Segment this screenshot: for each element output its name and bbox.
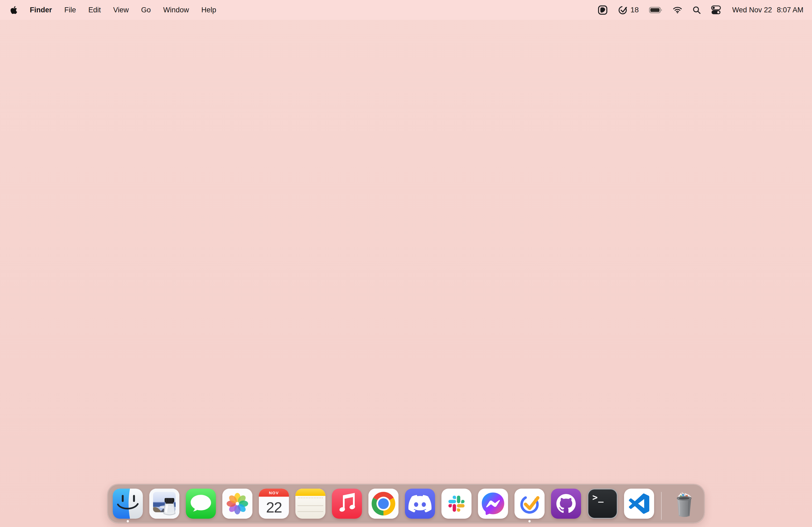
dock-item-ticktick[interactable] xyxy=(514,488,545,523)
menu-item-view[interactable]: View xyxy=(113,6,129,14)
dock-item-music[interactable] xyxy=(332,488,362,523)
dock-item-vscode[interactable] xyxy=(624,488,654,523)
github-octocat-icon xyxy=(551,488,581,519)
loupe xyxy=(164,498,175,515)
dock-item-chrome[interactable] xyxy=(368,488,398,523)
terminal-prompt-glyph: >_ xyxy=(592,492,604,502)
spotlight-search-icon[interactable] xyxy=(693,6,701,14)
dock-item-preview[interactable] xyxy=(149,488,179,523)
menu-item-edit[interactable]: Edit xyxy=(88,6,101,14)
paste-pick-icon[interactable] xyxy=(598,5,608,15)
dock-item-photos[interactable] xyxy=(222,488,252,523)
dock-item-discord[interactable] xyxy=(405,488,435,523)
discord-icon xyxy=(405,488,435,519)
apple-logo-icon xyxy=(10,6,17,15)
music-icon xyxy=(332,488,362,519)
calendar-day: 22 xyxy=(259,496,289,519)
notes-icon xyxy=(295,488,325,519)
slack-icon xyxy=(441,488,472,519)
menu-item-finder[interactable]: Finder xyxy=(30,6,52,14)
ticktick-check-icon xyxy=(618,5,628,15)
menu-item-window[interactable]: Window xyxy=(163,6,189,14)
menubar-time: 8:07 AM xyxy=(777,6,803,14)
dock-item-messages[interactable] xyxy=(186,488,216,523)
running-indicator xyxy=(127,520,129,523)
control-center-icon[interactable] xyxy=(711,5,721,15)
calendar-icon: NOV 22 xyxy=(259,488,289,519)
dock-item-notes[interactable] xyxy=(295,488,325,523)
menubar-clock[interactable]: Wed Nov 22 8:07 AM xyxy=(732,6,803,14)
terminal-icon: >_ xyxy=(588,488,618,519)
messenger-icon xyxy=(478,488,508,519)
menu-bar: Finder File Edit View Go Window Help 18 … xyxy=(0,0,812,20)
dock-item-trash[interactable] xyxy=(669,488,699,523)
dock-item-slack[interactable] xyxy=(441,488,472,523)
status-tray: 18 Wed Nov 22 8:07 AM xyxy=(598,5,803,15)
battery-icon[interactable] xyxy=(649,6,663,14)
finder-icon xyxy=(113,488,143,519)
messages-icon xyxy=(186,488,216,519)
app-menus: Finder File Edit View Go Window Help xyxy=(10,6,216,15)
menubar-date: Wed Nov 22 xyxy=(732,6,772,14)
vscode-icon xyxy=(624,488,654,519)
menu-item-go[interactable]: Go xyxy=(141,6,151,14)
trash-full-icon xyxy=(669,488,699,519)
dock-separator xyxy=(661,492,662,520)
chrome-icon xyxy=(368,488,398,519)
wifi-icon[interactable] xyxy=(673,6,682,14)
dock-item-messenger[interactable] xyxy=(478,488,508,523)
photos-icon xyxy=(222,488,252,519)
ticktick-task-count: 18 xyxy=(630,6,639,14)
menu-item-file[interactable]: File xyxy=(64,6,76,14)
dock-item-finder[interactable] xyxy=(113,488,143,523)
dock: NOV 22 xyxy=(107,484,705,523)
running-indicator xyxy=(528,520,531,523)
apple-menu[interactable] xyxy=(10,6,17,15)
dock-item-calendar[interactable]: NOV 22 xyxy=(259,488,289,523)
preview-icon xyxy=(149,488,179,519)
dock-item-github-desktop[interactable] xyxy=(551,488,581,523)
dock-item-terminal[interactable]: >_ xyxy=(588,488,618,523)
menu-item-help[interactable]: Help xyxy=(201,6,216,14)
ticktick-icon xyxy=(514,488,545,519)
ticktick-status[interactable]: 18 xyxy=(618,5,639,15)
macos-desktop[interactable]: { "colors": { "wallpaper": "#F5D3CE", "m… xyxy=(0,0,812,527)
